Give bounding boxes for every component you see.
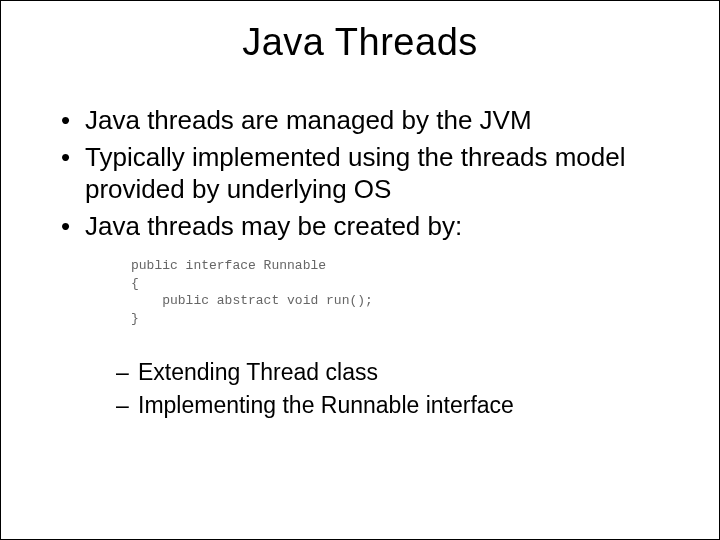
bullet-item: Java threads are managed by the JVM [61, 104, 669, 137]
bullet-item: Java threads may be created by: [61, 210, 669, 243]
sub-bullet-item: Extending Thread class [116, 357, 669, 388]
main-bullet-list: Java threads are managed by the JVM Typi… [61, 104, 669, 242]
slide-title: Java Threads [51, 21, 669, 64]
code-snippet: public interface Runnable { public abstr… [131, 257, 669, 327]
sub-bullet-item: Implementing the Runnable interface [116, 390, 669, 421]
bullet-item: Typically implemented using the threads … [61, 141, 669, 206]
sub-bullet-list: Extending Thread class Implementing the … [116, 357, 669, 421]
